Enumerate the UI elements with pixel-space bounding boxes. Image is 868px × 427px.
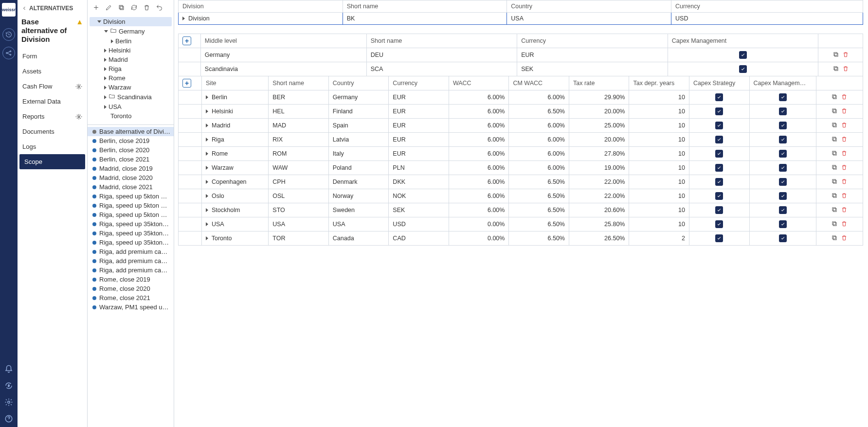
- sidebar-item-logs[interactable]: Logs: [18, 139, 87, 154]
- chevron-right-icon[interactable]: [206, 236, 208, 240]
- sidebar-item-external-data[interactable]: External Data: [18, 94, 87, 109]
- checkbox-checked[interactable]: [739, 65, 747, 73]
- alternative-item[interactable]: Rome, close 2020: [88, 284, 174, 293]
- copy-icon[interactable]: [117, 3, 126, 12]
- trash-icon[interactable]: [142, 3, 151, 12]
- refresh-icon[interactable]: [129, 3, 138, 12]
- site-row[interactable]: MadridMADSpainEUR6.00%6.00%25.00%10: [179, 119, 863, 133]
- copy-row-icon[interactable]: [831, 178, 838, 185]
- delete-row-icon[interactable]: [840, 163, 848, 171]
- add-site-button[interactable]: +: [182, 79, 191, 88]
- site-row[interactable]: RigaRIXLatviaEUR6.00%6.00%20.00%10: [179, 133, 863, 147]
- checkbox-checked[interactable]: [715, 136, 723, 143]
- bell-icon[interactable]: [3, 364, 14, 374]
- checkbox-checked[interactable]: [779, 164, 787, 172]
- copy-row-icon[interactable]: [831, 121, 838, 129]
- site-row[interactable]: CopenhagenCPHDenmarkDKK6.00%6.50%22.00%1…: [179, 175, 863, 189]
- edit-icon[interactable]: [104, 3, 113, 12]
- checkbox-checked[interactable]: [715, 192, 723, 200]
- alternative-item[interactable]: Riga, add premium ca…: [88, 256, 174, 266]
- breadcrumb-back[interactable]: ALTERNATIVES: [18, 3, 87, 14]
- add-middle-button[interactable]: +: [182, 36, 191, 45]
- checkbox-checked[interactable]: [779, 220, 787, 228]
- site-row[interactable]: OsloOSLNorwayNOK6.00%6.50%22.00%10: [179, 189, 863, 203]
- tree-node-toronto[interactable]: Toronto: [90, 111, 172, 121]
- sidebar-item-cash-flow[interactable]: Cash Flow: [18, 79, 87, 94]
- alternative-item[interactable]: Madrid, close 2020: [88, 173, 174, 182]
- sidebar-item-reports[interactable]: Reports: [18, 109, 87, 124]
- delete-row-icon[interactable]: [840, 206, 848, 214]
- help-icon[interactable]: [3, 413, 14, 424]
- chevron-right-icon[interactable]: [206, 180, 208, 184]
- chevron-right-icon[interactable]: [206, 124, 208, 127]
- add-icon[interactable]: [91, 3, 100, 12]
- tree-node-usa[interactable]: USA: [90, 102, 172, 111]
- checkbox-checked[interactable]: [779, 234, 787, 242]
- checkbox-checked[interactable]: [715, 220, 723, 228]
- tree-node-warzaw[interactable]: Warzaw: [90, 83, 172, 92]
- alternative-item[interactable]: Rome, close 2019: [88, 275, 174, 284]
- middle-row[interactable]: GermanyDEUEUR: [179, 48, 863, 62]
- site-row[interactable]: USAUSAUSAUSD0.00%6.50%25.80%10: [179, 217, 863, 231]
- tree-node-madrid[interactable]: Madrid: [90, 55, 172, 64]
- alternative-item[interactable]: Warzaw, PM1 speed u…: [88, 302, 174, 312]
- copy-row-icon[interactable]: [831, 220, 838, 228]
- alternative-item[interactable]: Riga, speed up 5kton …: [88, 192, 174, 201]
- copy-row-icon[interactable]: [832, 65, 840, 72]
- copy-row-icon[interactable]: [831, 206, 838, 214]
- tree-node-helsinki[interactable]: Helsinki: [90, 46, 172, 55]
- checkbox-checked[interactable]: [779, 192, 787, 200]
- copy-row-icon[interactable]: [831, 149, 838, 157]
- chevron-right-icon[interactable]: [182, 17, 185, 20]
- tree-node-division[interactable]: Division: [90, 17, 172, 26]
- history-icon[interactable]: [2, 28, 15, 41]
- site-row[interactable]: HelsinkiHELFinlandEUR6.00%6.50%20.00%10: [179, 105, 863, 119]
- alternative-item[interactable]: Riga, speed up 35kton…: [88, 219, 174, 229]
- middle-row[interactable]: ScandinaviaSCASEK: [179, 62, 863, 76]
- alternative-item[interactable]: Madrid, close 2021: [88, 182, 174, 192]
- undo-icon[interactable]: [155, 3, 163, 12]
- copy-row-icon[interactable]: [831, 163, 838, 171]
- delete-row-icon[interactable]: [840, 121, 848, 129]
- tree-node-germany[interactable]: Germany: [90, 26, 172, 36]
- delete-row-icon[interactable]: [840, 135, 848, 143]
- copy-row-icon[interactable]: [831, 93, 838, 101]
- copy-row-icon[interactable]: [831, 192, 838, 199]
- division-row[interactable]: Division BK USA USD: [179, 13, 863, 25]
- copy-row-icon[interactable]: [831, 234, 838, 242]
- sidebar-item-scope[interactable]: Scope: [19, 154, 85, 169]
- site-row[interactable]: TorontoTORCanadaCAD0.00%6.50%26.50%2: [179, 231, 863, 246]
- chevron-right-icon[interactable]: [206, 194, 208, 198]
- tree-node-berlin[interactable]: Berlin: [90, 36, 172, 46]
- chevron-right-icon[interactable]: [206, 138, 208, 142]
- site-row[interactable]: RomeROMItalyEUR6.00%6.00%27.80%10: [179, 147, 863, 161]
- checkbox-checked[interactable]: [715, 206, 723, 214]
- tree-node-scandinavia[interactable]: Scandinavia: [90, 92, 172, 102]
- alternative-item[interactable]: Base alternative of Divi…: [88, 127, 174, 136]
- tree-node-riga[interactable]: Riga: [90, 64, 172, 73]
- alternative-item[interactable]: Riga, speed up 5kton …: [88, 210, 174, 219]
- checkbox-checked[interactable]: [739, 51, 747, 59]
- checkbox-checked[interactable]: [779, 178, 787, 186]
- delete-row-icon[interactable]: [840, 149, 848, 157]
- alternative-item[interactable]: Riga, speed up 35kton…: [88, 229, 174, 238]
- delete-row-icon[interactable]: [840, 192, 848, 199]
- site-row[interactable]: StockholmSTOSwedenSEK6.00%6.50%20.60%10: [179, 203, 863, 217]
- copy-row-icon[interactable]: [832, 51, 840, 58]
- copy-row-icon[interactable]: [831, 135, 838, 143]
- checkbox-checked[interactable]: [779, 122, 787, 129]
- checkbox-checked[interactable]: [779, 206, 787, 214]
- alternative-item[interactable]: Riga, speed up 5kton …: [88, 201, 174, 210]
- alternative-item[interactable]: Riga, add premium ca…: [88, 247, 174, 256]
- checkbox-checked[interactable]: [779, 107, 787, 115]
- brand-logo[interactable]: weissr: [2, 3, 16, 17]
- alternative-item[interactable]: Rome, close 2021: [88, 293, 174, 302]
- chevron-right-icon[interactable]: [206, 208, 208, 212]
- chevron-right-icon[interactable]: [206, 109, 208, 113]
- alternative-item[interactable]: Berlin, close 2020: [88, 145, 174, 155]
- site-row[interactable]: WarzawWAWPolandPLN6.00%6.00%19.00%10: [179, 161, 863, 175]
- delete-row-icon[interactable]: [840, 107, 848, 115]
- share-icon[interactable]: [2, 47, 15, 59]
- tree-node-rome[interactable]: Rome: [90, 73, 172, 83]
- chevron-right-icon[interactable]: [206, 95, 208, 99]
